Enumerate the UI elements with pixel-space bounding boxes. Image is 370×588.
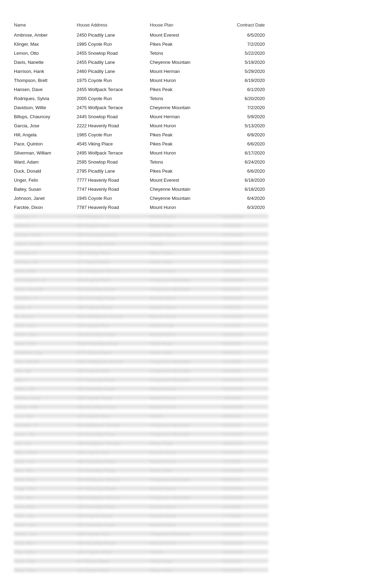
blurred-table-row: Howe, Jim 234 Snowtop Road Cheyenne Moun… — [14, 429, 356, 438]
blurred-cell-name: Case, Carl — [14, 341, 77, 345]
cell-plan: Pikes Peak — [150, 168, 223, 174]
blurred-cell-address: 167 Snowtop Road — [77, 486, 150, 490]
blurred-cell-plan: Cheyenne Mountain — [150, 423, 223, 427]
blurred-cell-address: 677 Moca Place — [77, 559, 150, 563]
blurred-cell-name: Reed, Sam — [14, 522, 77, 527]
blurred-table-row: Roberts, J 567 Coyote Run Pikes Peak 7/1… — [14, 221, 356, 230]
cell-date: 6/17/2020 — [223, 150, 268, 156]
blurred-cell-address: 234 Snowtop Road — [77, 241, 150, 246]
table-row: Rodriques, Sylvia 2005 Coyote Run Tetons… — [14, 94, 356, 103]
blurred-cell-date: 6/14/2020 — [223, 314, 268, 318]
cell-date: 6/20/2020 — [223, 96, 268, 101]
blurred-cell-name: Cunningham, III — [14, 278, 77, 282]
blurred-table-row: Lewis, Ronald 234 Snowtop Road Cheyenne … — [14, 284, 356, 293]
blurred-cell-name: Silva, Sam — [14, 568, 77, 572]
blurred-cell-plan: Tetons — [150, 550, 223, 554]
table-row: Garcia, Jose 2222 Heavenly Road Mount Hu… — [14, 121, 356, 130]
blurred-cell-plan: Mount Huron — [150, 214, 223, 218]
cell-date: 6/6/2020 — [223, 168, 268, 174]
blurred-cell-date: 7/1/2020 — [223, 223, 268, 227]
cell-address: 7747 Heavenly Road — [77, 187, 150, 192]
blurred-cell-date: 5/20/2020 — [223, 377, 268, 382]
cell-name: Hansen, Dave — [14, 87, 77, 92]
blurred-table-row: Fine, Gerald 5454 Wolfpack Terrace Cheye… — [14, 357, 356, 366]
blurred-cell-date: 6/14/2020 — [223, 468, 268, 472]
cell-plan: Mount Huron — [150, 205, 223, 210]
table-row: Duck, Donald 2795 Picadily Lane Pikes Pe… — [14, 166, 356, 175]
blurred-cell-plan: Pikes Peak — [150, 350, 223, 354]
blurred-cell-address: 499 Coyote Road — [77, 305, 150, 309]
cell-name: Ambrose, Amber — [14, 32, 77, 38]
blurred-cell-name: Moss, Leo — [14, 459, 77, 463]
blurred-table-row: Page, Rod 167 Snowtop Road Mount Huron 5… — [14, 484, 356, 493]
table-body: Ambrose, Amber 2450 Picadily Lane Mount … — [14, 30, 356, 574]
table-row: Thompson, Brett 1975 Coyote Run Mount Hu… — [14, 76, 356, 85]
blurred-cell-name: Mata, Adam — [14, 450, 77, 454]
blurred-cell-plan: Mount Huron — [150, 269, 223, 273]
blurred-table-row: Sanders, Jr 166 Snowtop Road Mount Huron… — [14, 293, 356, 302]
blurred-cell-date: 6/10/2020 — [223, 278, 268, 282]
cell-address: 2495 Wolfpack Terrace — [77, 150, 150, 156]
blurred-cell-date: 6/12/2020 — [223, 214, 268, 218]
blurred-cell-date: 7/8/2020 — [223, 269, 268, 273]
blurred-table-row: Cunningham, III 345 Coyote Run Cheyenne … — [14, 275, 356, 284]
table-row: Hansen, Dave 2455 Wolfpack Terrace Pikes… — [14, 85, 356, 94]
col-header-date: Contract Date — [223, 22, 268, 28]
cell-address: 2455 Picadily Lane — [77, 60, 150, 65]
cell-date: 6/1/2020 — [223, 87, 268, 92]
blurred-cell-plan: Mount Huron — [150, 332, 223, 336]
blurred-cell-address: 156 Snowtop Road — [77, 522, 150, 527]
blurred-cell-date: 5/30/2020 — [223, 532, 268, 536]
blurred-cell-date: 5/30/2020 — [223, 296, 268, 300]
cell-address: 1985 Coyote Run — [77, 42, 150, 47]
cell-plan: Mount Huron — [150, 150, 223, 156]
blurred-cell-name: Lopez, Arnold — [14, 241, 77, 246]
blurred-cell-address: 780 Snowtop Road — [77, 541, 150, 545]
blurred-cell-name: Abe, T — [14, 377, 77, 382]
blurred-cell-date: 5/25/2020 — [223, 432, 268, 436]
blurred-cell-address: 247 Coyote Run — [77, 414, 150, 418]
blurred-table-row: Lee, Jon 280 Wolfpack Terrace Pikes Peak… — [14, 438, 356, 447]
cell-plan: Mount Herman — [150, 114, 223, 119]
blurred-cell-address: 580 Wolfpack Terrace — [77, 495, 150, 499]
blurred-cell-plan: Pikes Peak — [150, 468, 223, 472]
table-row: Ambrose, Amber 2450 Picadily Lane Mount … — [14, 30, 356, 39]
cell-plan: Tetons — [150, 159, 223, 165]
blurred-cell-plan: Pikes Peak — [150, 223, 223, 227]
cell-plan: Mount Huron — [150, 78, 223, 83]
blurred-table-row: Aba, Abi 345 Coyote Run Cheyenne Mountai… — [14, 366, 356, 375]
blurred-table-row: Case, Carl 3332 Snowtop Road Pikes Peak … — [14, 339, 356, 348]
blurred-cell-address: 317 Moca Place — [77, 568, 150, 572]
blurred-cell-plan: Mount Peak — [150, 323, 223, 327]
blurred-cell-date: 5/28/2020 — [223, 450, 268, 454]
cell-name: Johnson, Janet — [14, 196, 77, 201]
blurred-cell-plan: Cheyenne Mountain — [150, 432, 223, 436]
blurred-cell-address: 567 Coyote Run — [77, 223, 150, 227]
blurred-cell-plan: Pikes Peak — [150, 568, 223, 572]
blurred-table-row: Crawford, Jay 4777 Moca Place Pikes Peak… — [14, 348, 356, 357]
cell-plan: Cheyenne Mountain — [150, 187, 223, 192]
col-header-address: House Address — [77, 22, 150, 28]
blurred-cell-address: 156 Snowtop Road — [77, 332, 150, 336]
blurred-cell-date: 6/2/2020 — [223, 522, 268, 527]
blurred-table-row: Noel, Gary 290 Wolfpack Terrace Cheyenne… — [14, 475, 356, 484]
blurred-cell-name: Sanders, Jr — [14, 296, 77, 300]
blurred-cell-address: 234 Snowtop Road — [77, 432, 150, 436]
blurred-cell-plan: Cheyenne Mountain — [150, 359, 223, 363]
cell-date: 6/19/2020 — [223, 78, 268, 83]
blurred-cell-plan: Mount Huron — [150, 541, 223, 545]
blurred-cell-address: 789 Viking Place — [77, 250, 150, 255]
cell-date: 7/2/2020 — [223, 105, 268, 110]
table-row: Billups, Chauncey 2445 Snowtop Road Moun… — [14, 112, 356, 121]
cell-address: 2445 Snowtop Road — [77, 114, 150, 119]
cell-date: 5/22/2020 — [223, 51, 268, 56]
blurred-cell-name: Scott, Ray — [14, 559, 77, 563]
blurred-cell-plan: Pikes Peak — [150, 259, 223, 264]
blurred-table-row: Abe, T 677 Snowtop Road Cheyenne Mountai… — [14, 375, 356, 384]
cell-plan: Cheyenne Mountain — [150, 105, 223, 110]
cell-date: 5/19/2020 — [223, 60, 268, 65]
blurred-cell-address: 256 Coyote Road — [77, 513, 150, 518]
blurred-cell-name: Cabrera, T — [14, 214, 77, 218]
cell-date: 6/18/2020 — [223, 178, 268, 183]
cell-address: 2595 Snowtop Road — [77, 159, 150, 165]
